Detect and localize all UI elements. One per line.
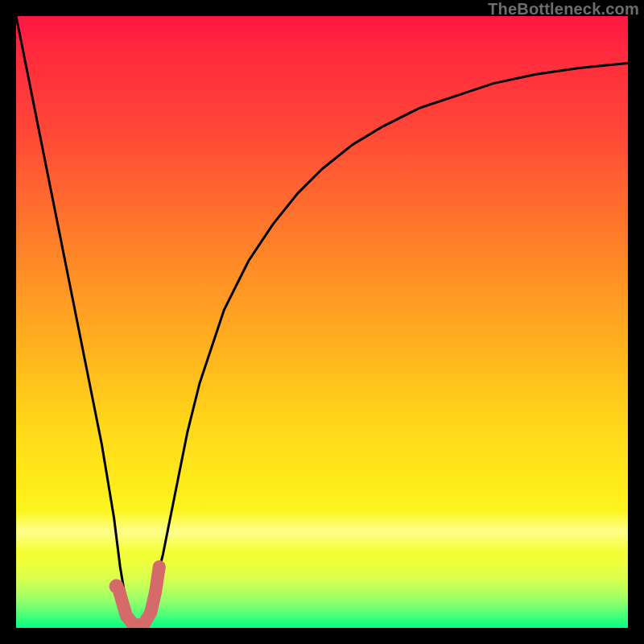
chart-stage: TheBottleneck.com [0, 0, 644, 644]
bottleneck-curve [16, 16, 628, 628]
j-marker [119, 567, 159, 625]
plot-area [16, 16, 628, 628]
j-marker-dot [109, 579, 124, 593]
chart-svg [16, 16, 628, 628]
